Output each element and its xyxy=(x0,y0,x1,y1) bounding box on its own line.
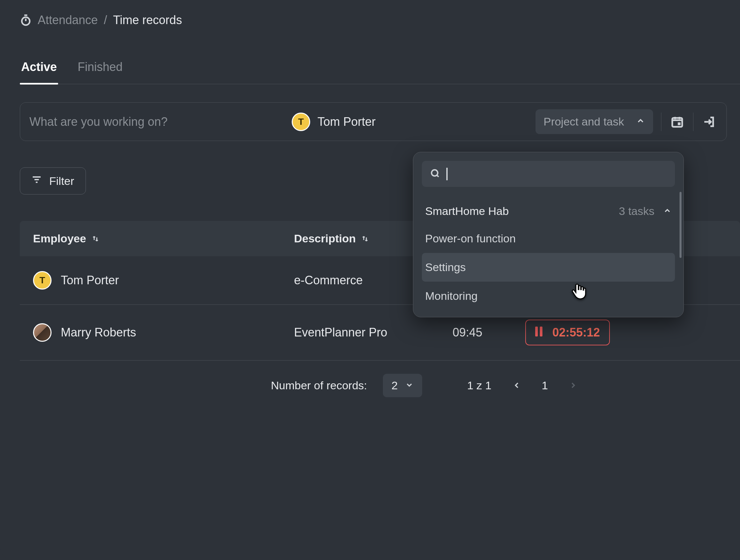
running-timer[interactable]: 02:55:12 xyxy=(525,320,610,345)
stopwatch-icon xyxy=(20,14,32,26)
dropdown-group-count: 3 tasks xyxy=(619,205,654,218)
row-description: EventPlanner Pro xyxy=(294,326,453,339)
divider xyxy=(661,113,661,131)
sort-icon xyxy=(92,235,99,243)
breadcrumb-parent[interactable]: Attendance xyxy=(38,13,98,27)
dropdown-item[interactable]: Settings xyxy=(422,253,675,282)
avatar: T xyxy=(33,271,52,290)
tab-active[interactable]: Active xyxy=(20,60,58,84)
dropdown-search[interactable] xyxy=(422,161,675,187)
dropdown-item[interactable]: Monitoring xyxy=(422,282,675,310)
enter-button[interactable] xyxy=(701,114,717,130)
calendar-button[interactable] xyxy=(669,114,685,130)
divider xyxy=(693,113,693,131)
tab-finished[interactable]: Finished xyxy=(76,60,124,84)
dropdown-item[interactable]: Power-on function xyxy=(422,224,675,253)
timer-value: 02:55:12 xyxy=(552,326,600,339)
row-duration: 02:55:12 xyxy=(525,320,624,345)
employee-name: Marry Roberts xyxy=(61,326,136,339)
sort-icon xyxy=(361,235,369,243)
project-task-dropdown: SmartHome Hab 3 tasks Power-on function … xyxy=(413,152,684,317)
filter-icon xyxy=(31,174,42,188)
entry-bar: T Tom Porter Project and task xyxy=(20,102,727,141)
task-input[interactable] xyxy=(29,115,284,129)
app-root: Attendance / Time records Active Finishe… xyxy=(0,0,740,560)
col-header-employee-label: Employee xyxy=(33,232,86,245)
chevron-down-icon xyxy=(405,379,413,392)
tabs: Active Finished xyxy=(20,60,740,84)
project-task-select[interactable]: Project and task xyxy=(536,109,653,134)
prev-page-button[interactable] xyxy=(507,378,526,393)
chevron-up-icon xyxy=(636,115,645,128)
dropdown-group[interactable]: SmartHome Hab 3 tasks xyxy=(422,198,675,224)
avatar xyxy=(33,323,52,342)
row-start: 09:45 xyxy=(453,326,525,339)
page-size-select[interactable]: 2 xyxy=(383,374,422,397)
avatar: T xyxy=(292,113,310,131)
project-task-label: Project and task xyxy=(543,115,624,128)
search-icon xyxy=(430,168,440,180)
pagination-label: Number of records: xyxy=(271,379,367,392)
breadcrumb: Attendance / Time records xyxy=(20,13,740,27)
employee-name: Tom Porter xyxy=(61,273,119,287)
pagination-summary: 1 z 1 xyxy=(467,379,491,392)
text-caret xyxy=(446,168,448,180)
filter-label: Filter xyxy=(49,175,74,188)
scrollbar[interactable] xyxy=(679,192,681,258)
dropdown-group-name: SmartHome Hab xyxy=(425,205,509,218)
current-user-chip[interactable]: T Tom Porter xyxy=(292,113,376,131)
dropdown-search-input[interactable] xyxy=(454,167,667,180)
pagination: Number of records: 2 1 z 1 1 xyxy=(20,374,740,397)
pause-icon xyxy=(535,326,544,339)
svg-rect-2 xyxy=(678,122,680,125)
svg-point-3 xyxy=(432,170,438,176)
page-size-value: 2 xyxy=(391,379,398,392)
filter-button[interactable]: Filter xyxy=(20,167,86,195)
breadcrumb-current: Time records xyxy=(113,13,182,27)
current-user-name: Tom Porter xyxy=(317,115,376,129)
next-page-button[interactable] xyxy=(564,378,582,393)
col-header-description-label: Description xyxy=(294,232,356,245)
col-header-employee[interactable]: Employee xyxy=(33,232,294,245)
page-number: 1 xyxy=(542,379,548,392)
chevron-up-icon xyxy=(663,205,672,218)
cursor-hand-icon xyxy=(571,282,587,302)
breadcrumb-separator: / xyxy=(104,13,107,27)
svg-rect-1 xyxy=(672,118,682,127)
